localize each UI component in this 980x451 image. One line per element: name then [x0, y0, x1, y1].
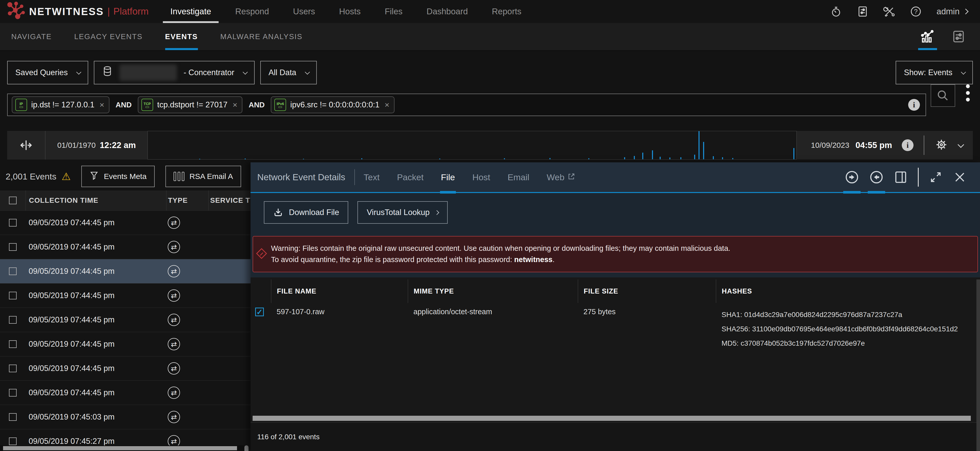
time-range-dropdown[interactable]: All Data: [260, 61, 317, 84]
expand-panel-icon[interactable]: [929, 162, 943, 192]
remove-filter-icon[interactable]: ×: [99, 100, 104, 110]
row-checkbox[interactable]: [9, 365, 17, 372]
row-checkbox[interactable]: [9, 413, 17, 421]
virustotal-lookup-button[interactable]: VirusTotal Lookup: [358, 201, 448, 224]
events-vertical-scrollbar[interactable]: [244, 445, 248, 451]
panel-tab-file[interactable]: File: [432, 162, 464, 192]
user-menu[interactable]: admin: [937, 6, 968, 16]
next-event-icon[interactable]: [845, 162, 859, 192]
row-checkbox[interactable]: [9, 340, 17, 348]
query-more-menu-icon[interactable]: [963, 84, 973, 102]
timeline-resize-handle-icon[interactable]: [7, 131, 46, 160]
sub-nav-events[interactable]: EVENTS: [154, 23, 209, 50]
previous-event-icon[interactable]: [869, 162, 884, 192]
file-row[interactable]: ✓597-107-0.rawapplication/octet-stream27…: [251, 303, 980, 351]
column-header-type[interactable]: TYPE: [166, 191, 208, 210]
row-checkbox[interactable]: [9, 267, 17, 275]
download-file-button[interactable]: Download File: [264, 201, 348, 224]
file-table-body: ✓597-107-0.rawapplication/octet-stream27…: [251, 303, 980, 351]
events-preferences-icon[interactable]: [947, 23, 970, 50]
query-filter-row: IPip.dst != 127.0.0.1×ANDTCPtcp.dstport …: [7, 84, 973, 116]
filter-expression: tcp.dstport != 27017: [157, 100, 228, 110]
query-search-button[interactable]: [931, 84, 955, 107]
sub-menu: NAVIGATELEGACY EVENTSEVENTSMALWARE ANALY…: [0, 23, 314, 50]
sub-nav-malware-analysis[interactable]: MALWARE ANALYSIS: [209, 23, 314, 50]
collection-time-value: 09/05/2019 07:44:45 pm: [29, 364, 115, 373]
query-dropdown-row: Saved Queries - Concentrator All Data Sh…: [7, 61, 973, 84]
query-info-icon[interactable]: i: [908, 99, 920, 111]
panel-tab-label: Email: [508, 172, 529, 182]
panel-tab-label: Packet: [397, 172, 424, 182]
event-type-cell: ⇄: [166, 235, 208, 259]
top-nav-files[interactable]: Files: [373, 0, 415, 23]
top-nav-users[interactable]: Users: [281, 0, 327, 23]
panel-tab-host[interactable]: Host: [463, 162, 499, 192]
help-icon[interactable]: ?: [910, 6, 922, 17]
top-nav-dashboard[interactable]: Dashboard: [414, 0, 480, 23]
row-checkbox[interactable]: [9, 219, 17, 227]
file-column-hashes: HASHES: [716, 279, 980, 303]
row-checkbox[interactable]: [9, 389, 17, 397]
panel-tab-email[interactable]: Email: [499, 162, 538, 192]
timeline-info-icon[interactable]: i: [902, 139, 913, 151]
tools-icon[interactable]: [883, 6, 895, 17]
panel-tab-text[interactable]: Text: [355, 162, 388, 192]
event-row-checkbox-cell: [0, 413, 25, 421]
end-time: 04:55 pm: [856, 140, 892, 150]
panel-horizontal-scrollbar[interactable]: [251, 415, 980, 422]
jobs-panel-icon[interactable]: [857, 6, 869, 17]
row-checkbox[interactable]: [9, 316, 17, 324]
timeline-spike: [634, 156, 635, 159]
events-meta-label: Events Meta: [104, 172, 146, 181]
timeline-spike: [624, 157, 625, 159]
events-chart-view-icon[interactable]: [916, 23, 940, 50]
row-checkbox[interactable]: [9, 437, 17, 445]
panel-tab-web[interactable]: Web: [538, 162, 584, 192]
panel-vertical-scrollbar[interactable]: [977, 279, 980, 451]
remove-filter-icon[interactable]: ×: [383, 100, 390, 110]
events-horizontal-scrollbar[interactable]: [0, 445, 244, 451]
query-filter-bar[interactable]: IPip.dst != 127.0.0.1×ANDTCPtcp.dstport …: [7, 94, 926, 116]
netwitness-app: NETWITNESS | Platform InvestigateRespond…: [0, 0, 980, 451]
event-row-checkbox-cell: [0, 219, 25, 227]
warning-text-line1: Warning: Files contain the original raw …: [271, 243, 970, 254]
timer-icon[interactable]: [830, 6, 842, 17]
remove-filter-icon[interactable]: ×: [232, 100, 237, 110]
event-type-cell: ⇄: [166, 259, 208, 283]
close-panel-icon[interactable]: [953, 162, 967, 192]
file-size-cell: 275 bytes: [578, 308, 716, 351]
events-meta-button[interactable]: Events Meta: [81, 166, 155, 187]
filter-pill[interactable]: IPip.dst != 127.0.0.1×: [12, 96, 110, 113]
panel-tab-packet[interactable]: Packet: [388, 162, 432, 192]
filter-pill[interactable]: TCPtcp.dstport != 27017×: [138, 96, 243, 113]
select-all-checkbox[interactable]: [9, 197, 17, 204]
top-nav-respond[interactable]: Respond: [223, 0, 281, 23]
timeline-settings-gear-icon[interactable]: [934, 138, 948, 152]
top-nav-reports[interactable]: Reports: [480, 0, 534, 23]
top-nav-hosts[interactable]: Hosts: [327, 0, 372, 23]
brand[interactable]: NETWITNESS | Platform: [0, 2, 158, 21]
chevron-down-icon: [961, 70, 966, 75]
saved-queries-dropdown[interactable]: Saved Queries: [7, 61, 88, 84]
timeline-spike: [722, 157, 723, 159]
sub-nav-navigate[interactable]: NAVIGATE: [0, 23, 63, 50]
column-header-collection-time[interactable]: COLLECTION TIME: [25, 191, 166, 210]
row-checkbox[interactable]: [9, 292, 17, 299]
timeline-chart[interactable]: [148, 131, 796, 160]
row-checkbox[interactable]: [9, 243, 17, 251]
show-events-dropdown[interactable]: Show: Events: [896, 61, 973, 84]
user-name: admin: [937, 6, 959, 16]
sub-nav-legacy-events[interactable]: LEGACY EVENTS: [63, 23, 154, 50]
timeline-collapse-chevron-icon[interactable]: [958, 141, 964, 148]
service-dropdown[interactable]: - Concentrator: [94, 61, 255, 84]
event-collection-time: 09/05/2019 07:44:45 pm: [25, 284, 166, 308]
top-nav-investigate[interactable]: Investigate: [158, 0, 223, 23]
collection-time-value: 09/05/2019 07:44:45 pm: [29, 388, 115, 397]
file-checkbox[interactable]: ✓: [255, 308, 264, 316]
collection-time-value: 09/05/2019 07:44:45 pm: [29, 340, 115, 349]
filter-pill[interactable]: IPv6ipv6.src != 0:0:0:0:0:0:0:1×: [271, 96, 395, 113]
column-group-button[interactable]: RSA Email A: [165, 166, 241, 187]
events-warning-icon[interactable]: ⚠: [61, 171, 70, 181]
events-count: 2,001 Events: [6, 172, 56, 181]
split-view-icon[interactable]: [894, 162, 908, 192]
